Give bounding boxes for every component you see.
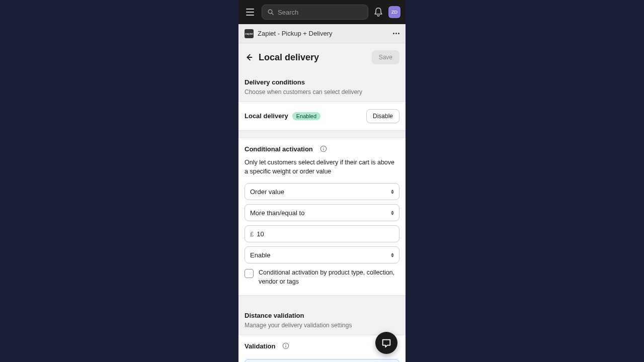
delivery-conditions-subtitle: Choose when customers can select deliver… — [245, 88, 399, 97]
action-select[interactable]: Enable — [245, 246, 399, 263]
svg-line-1 — [272, 13, 273, 15]
distance-validation-title: Distance validation — [245, 312, 399, 319]
more-options-icon[interactable] — [393, 33, 399, 34]
distance-validation-subtitle: Manage your delivery validation settings — [245, 321, 399, 330]
conditional-description: Only let customers select delivery if th… — [245, 158, 399, 176]
info-banner: Add eligible postal codes to locations E… — [245, 359, 399, 362]
avatar[interactable]: ZD — [388, 6, 400, 18]
app-name: Zapiet - Pickup + Delivery — [258, 30, 393, 37]
comparator-value: More than/equal to — [250, 209, 304, 217]
comparator-select[interactable]: More than/equal to — [245, 204, 399, 221]
product-type-checkbox-label: Conditional activation by product type, … — [259, 268, 399, 286]
delivery-conditions-title: Delivery conditions — [245, 78, 399, 86]
info-icon[interactable] — [320, 145, 327, 152]
status-badge: Enabled — [292, 112, 320, 120]
field-type-select[interactable]: Order value — [245, 183, 399, 200]
page-title: Local delivery — [259, 52, 367, 63]
info-icon[interactable] — [282, 342, 289, 349]
chat-support-button[interactable] — [375, 332, 397, 354]
action-value: Enable — [250, 251, 270, 259]
amount-input[interactable]: £ 10 — [245, 225, 399, 242]
select-caret-icon — [391, 253, 394, 257]
chat-icon — [381, 337, 392, 348]
svg-point-7 — [286, 344, 286, 345]
product-type-checkbox[interactable] — [245, 269, 254, 278]
disable-button[interactable]: Disable — [366, 109, 399, 123]
amount-value: 10 — [257, 230, 394, 238]
select-caret-icon — [391, 211, 394, 215]
notifications-icon[interactable] — [373, 7, 383, 17]
search-input[interactable]: Search — [262, 5, 368, 20]
field-type-value: Order value — [250, 188, 284, 196]
search-icon — [267, 9, 275, 16]
validation-label: Validation — [245, 342, 275, 350]
save-button[interactable]: Save — [372, 50, 399, 64]
select-caret-icon — [391, 190, 394, 194]
svg-point-4 — [323, 147, 324, 148]
app-logo-icon: zapiet — [245, 29, 254, 38]
back-arrow-icon[interactable] — [245, 53, 254, 62]
local-delivery-label: Local delivery — [245, 112, 288, 120]
search-placeholder: Search — [278, 9, 298, 16]
conditional-activation-title: Conditional activation — [245, 145, 313, 153]
hamburger-menu-icon[interactable] — [244, 6, 257, 19]
currency-prefix: £ — [250, 230, 254, 238]
